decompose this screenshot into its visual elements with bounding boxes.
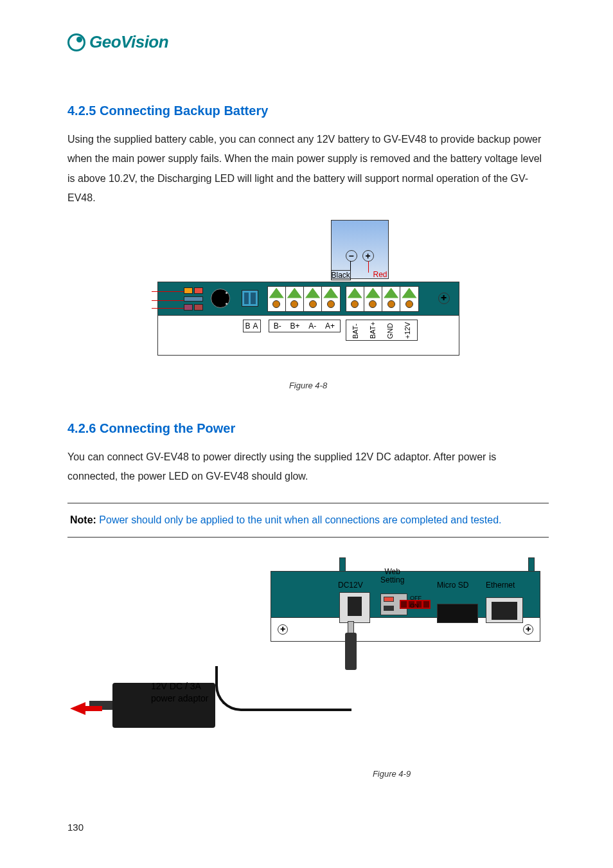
- label-black-wire: Black: [331, 270, 351, 280]
- paragraph-power: You can connect GV-EV48 to power directl…: [67, 448, 549, 487]
- label-power-row: BAT- BAT+ GND +12V: [346, 320, 418, 341]
- arrow-stem-icon: [84, 706, 102, 711]
- label-web-setting: Web Setting: [380, 568, 404, 584]
- section-heading-power: 4.2.6 Connecting the Power: [67, 421, 549, 436]
- screw-icon: ✚: [438, 293, 450, 304]
- round-port-icon: [211, 289, 230, 308]
- pcb-top: ✚: [158, 282, 459, 316]
- pcb-board-icon: ✚ B A B- B+ A- A+ BAT- BAT+ GND +12V: [157, 282, 459, 356]
- label-power-adaptor: 12V DC / 3A power adaptor: [151, 680, 209, 705]
- paragraph-backup-battery: Using the supplied battery cable, you ca…: [67, 130, 549, 208]
- section-heading-backup-battery: 4.2.5 Connecting Backup Battery: [67, 104, 549, 118]
- terminal-block-rs485: [267, 286, 341, 312]
- battery-plus-icon: +: [362, 250, 374, 262]
- brand-name: GeoVision: [89, 32, 168, 52]
- page-number: 130: [67, 822, 84, 833]
- dc-plug-tip-icon: [348, 621, 354, 634]
- label-rs485-row: B- B+ A- A+: [269, 320, 341, 332]
- pcb-board2-icon: ✚ ✚ DC12V Web Setting OFF ON Micro SD Et…: [271, 571, 540, 642]
- battery-minus-icon: −: [346, 250, 357, 262]
- note-label: Note:: [70, 514, 96, 525]
- dc-plug-body-icon: [345, 633, 357, 670]
- dc-jack-icon: [339, 592, 370, 623]
- note-text: Power should only be applied to the unit…: [99, 514, 501, 525]
- power-cable-icon: [215, 666, 351, 711]
- screw-icon: ✚: [523, 624, 533, 635]
- figure-backup-battery: − + Black Red ✚ B A B- B+ A- A+: [157, 220, 459, 374]
- terminal-block-power: [346, 286, 419, 312]
- figure-power-connection: ✚ ✚ DC12V Web Setting OFF ON Micro SD Et…: [67, 557, 543, 763]
- label-micro-sd: Micro SD: [437, 581, 468, 590]
- wire-red-icon: [368, 261, 369, 273]
- label-ethernet: Ethernet: [486, 581, 515, 590]
- label-on: ON: [410, 602, 419, 609]
- label-red-wire: Red: [373, 270, 387, 279]
- logo-mark-icon: [67, 33, 85, 51]
- label-off: OFF: [410, 595, 422, 601]
- figure-caption-1: Figure 4-8: [67, 381, 549, 390]
- label-dip-ba: B A: [243, 320, 261, 332]
- note-box: Note: Power should only be applied to th…: [67, 503, 549, 537]
- arrow-left-icon: [70, 702, 85, 715]
- ethernet-port-icon: [486, 597, 523, 623]
- figure-caption-2: Figure 4-9: [235, 769, 549, 779]
- screw-icon: ✚: [278, 624, 288, 635]
- micro-sd-slot-icon: [437, 604, 478, 623]
- dip-switch-icon: [242, 290, 258, 307]
- label-dc12v: DC12V: [338, 581, 363, 590]
- brand-logo: GeoVision: [67, 32, 549, 52]
